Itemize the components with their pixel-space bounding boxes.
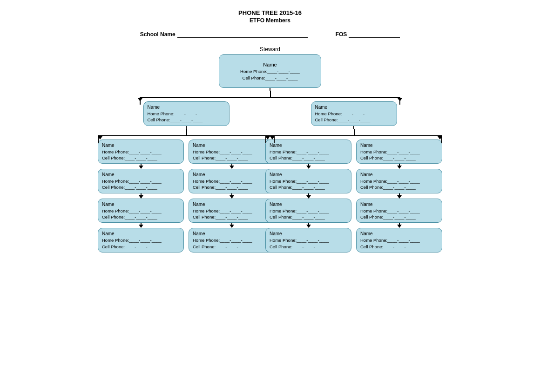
main-left-drop bbox=[140, 97, 141, 105]
main-h-connector bbox=[140, 91, 400, 98]
l2-left-h-conn bbox=[98, 129, 275, 136]
main-arrows-row bbox=[140, 98, 400, 101]
l3-rl-name: Name bbox=[270, 142, 347, 149]
l2-left-col: Name Home Phone:____-____-____ Cell Phon… bbox=[107, 101, 265, 252]
l3-rl-col: Name Home Phone:____-____-____ Cell Phon… bbox=[265, 140, 351, 252]
l2-left-lr-drop bbox=[274, 135, 275, 143]
l2-row: Name Home Phone:____-____-____ Cell Phon… bbox=[107, 101, 433, 252]
l3-lr-col: Name Home Phone:____-____-____ Cell Phon… bbox=[189, 140, 275, 252]
l3-lr-node4: Name Home Phone:____-____-____ Cell Phon… bbox=[189, 228, 275, 252]
fos-label: FOS bbox=[336, 31, 347, 38]
l2-left-home: Home Phone:____-____-____ bbox=[148, 111, 225, 117]
l3-right-row: Name Home Phone:____-____-____ Cell Phon… bbox=[265, 140, 442, 252]
root-node: Name Home Phone:____-____-____ Cell Phon… bbox=[219, 54, 321, 88]
l2-right-col: Name Home Phone:____-____-____ Cell Phon… bbox=[275, 101, 433, 252]
l2-right-home: Home Phone:____-____-____ bbox=[315, 111, 393, 117]
l3-rr-node2: Name Home Phone:____-____-____ Cell Phon… bbox=[356, 169, 442, 193]
l3-rl-node2: Name Home Phone:____-____-____ Cell Phon… bbox=[265, 169, 351, 193]
l3-ll-node: Name Home Phone:____-____-____ Cell Phon… bbox=[98, 140, 184, 164]
l3-lr-name4: Name bbox=[193, 231, 270, 237]
l3-rl-node4: Name Home Phone:____-____-____ Cell Phon… bbox=[265, 228, 351, 252]
l2-left-h-bar bbox=[98, 135, 275, 136]
l3-ll-name3: Name bbox=[102, 201, 180, 208]
l2-left-node: Name Home Phone:____-____-____ Cell Phon… bbox=[143, 101, 230, 126]
l3-rl-name3: Name bbox=[270, 201, 347, 208]
root-home: Home Phone:____-____-____ bbox=[227, 68, 313, 74]
l3-lr-node: Name Home Phone:____-____-____ Cell Phon… bbox=[189, 140, 275, 164]
l2-right-cell: Cell Phone:____-____-____ bbox=[315, 117, 393, 123]
l3-rr-name2: Name bbox=[360, 172, 438, 178]
fos-field: FOS bbox=[336, 31, 400, 38]
l3-rl-node: Name Home Phone:____-____-____ Cell Phon… bbox=[265, 140, 351, 164]
page-title: PHONE TREE 2015-16 bbox=[238, 9, 302, 16]
l3-rr-name: Name bbox=[360, 142, 438, 149]
root-cell: Cell Phone:____-____-____ bbox=[227, 75, 313, 81]
l3-lr-name2: Name bbox=[193, 172, 270, 178]
main-h-bar bbox=[140, 97, 400, 98]
l3-ll-name2: Name bbox=[102, 172, 180, 178]
l3-ll-name4: Name bbox=[102, 231, 180, 237]
l2-left-cell: Cell Phone:____-____-____ bbox=[148, 117, 225, 123]
l3-lr-node3: Name Home Phone:____-____-____ Cell Phon… bbox=[189, 199, 275, 223]
l2-left-arrows bbox=[98, 136, 275, 140]
school-name-field: School Name bbox=[140, 31, 308, 38]
l3-lr-name: Name bbox=[193, 142, 270, 149]
l3-rr-col: Name Home Phone:____-____-____ Cell Phon… bbox=[356, 140, 442, 252]
l2-right-node: Name Home Phone:____-____-____ Cell Phon… bbox=[311, 101, 397, 126]
steward-label: Steward bbox=[260, 46, 280, 53]
l3-rl-name2: Name bbox=[270, 172, 347, 178]
school-name-underline bbox=[177, 31, 308, 38]
l3-rl-node3: Name Home Phone:____-____-____ Cell Phon… bbox=[265, 199, 351, 223]
l3-lr-node2: Name Home Phone:____-____-____ Cell Phon… bbox=[189, 169, 275, 193]
root-name: Name bbox=[227, 61, 313, 68]
l3-ll-node4: Name Home Phone:____-____-____ Cell Phon… bbox=[98, 228, 184, 252]
school-label: School Name bbox=[140, 31, 176, 38]
l3-rl-name4: Name bbox=[270, 231, 347, 237]
l3-lr-name3: Name bbox=[193, 201, 270, 208]
school-line: School Name FOS bbox=[140, 31, 400, 38]
l2-left-ll-drop bbox=[98, 135, 99, 143]
l3-ll-name: Name bbox=[102, 142, 180, 149]
l3-rr-node: Name Home Phone:____-____-____ Cell Phon… bbox=[356, 140, 442, 164]
main-right-drop bbox=[399, 97, 400, 105]
l2-right-name: Name bbox=[315, 104, 393, 111]
l3-ll-col: Name Home Phone:____-____-____ Cell Phon… bbox=[98, 140, 184, 252]
l3-rr-node3: Name Home Phone:____-____-____ Cell Phon… bbox=[356, 199, 442, 223]
l2-right-h-conn bbox=[265, 129, 442, 136]
l3-ll-node2: Name Home Phone:____-____-____ Cell Phon… bbox=[98, 169, 184, 193]
l3-left-row: Name Home Phone:____-____-____ Cell Phon… bbox=[98, 140, 275, 252]
l3-rr-name3: Name bbox=[360, 201, 438, 208]
l2-left-name: Name bbox=[148, 104, 225, 111]
l3-rr-node4: Name Home Phone:____-____-____ Cell Phon… bbox=[356, 228, 442, 252]
fos-underline bbox=[349, 31, 400, 38]
page-subtitle: ETFO Members bbox=[250, 17, 290, 24]
l2-right-arrows bbox=[265, 136, 442, 140]
l3-ll-node3: Name Home Phone:____-____-____ Cell Phon… bbox=[98, 199, 184, 223]
l3-rr-name4: Name bbox=[360, 231, 438, 237]
